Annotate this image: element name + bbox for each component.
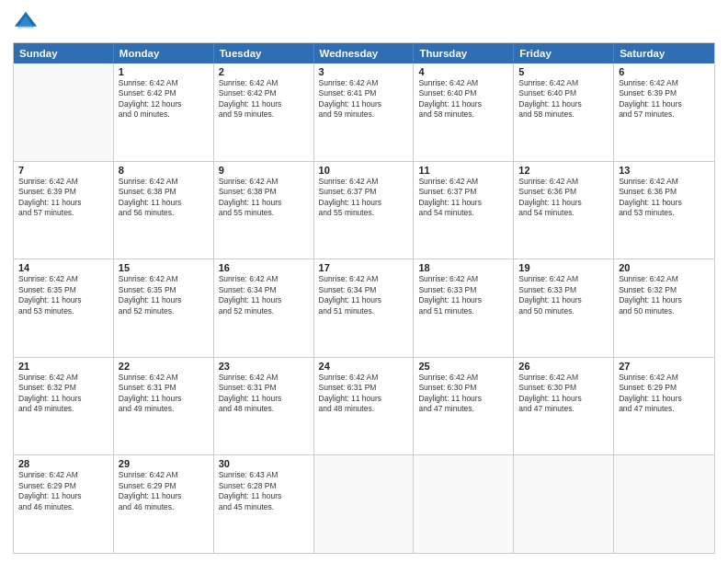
calendar-empty-cell [414, 455, 514, 553]
calendar-row: 28Sunrise: 6:42 AM Sunset: 6:29 PM Dayli… [14, 455, 714, 553]
day-number: 18 [418, 262, 508, 273]
day-info: Sunrise: 6:42 AM Sunset: 6:38 PM Dayligh… [119, 177, 209, 219]
day-number: 22 [119, 361, 209, 372]
day-info: Sunrise: 6:42 AM Sunset: 6:34 PM Dayligh… [319, 274, 409, 316]
day-number: 17 [319, 262, 409, 273]
calendar-day-cell: 1Sunrise: 6:42 AM Sunset: 6:42 PM Daylig… [114, 63, 214, 161]
day-info: Sunrise: 6:42 AM Sunset: 6:33 PM Dayligh… [418, 274, 508, 316]
calendar-day-cell: 28Sunrise: 6:42 AM Sunset: 6:29 PM Dayli… [14, 455, 114, 553]
calendar-header-cell: Wednesday [314, 43, 415, 63]
day-number: 10 [319, 165, 409, 176]
day-info: Sunrise: 6:42 AM Sunset: 6:34 PM Dayligh… [219, 274, 309, 316]
day-info: Sunrise: 6:42 AM Sunset: 6:35 PM Dayligh… [18, 274, 108, 316]
calendar-header-cell: Friday [514, 43, 614, 63]
day-info: Sunrise: 6:42 AM Sunset: 6:36 PM Dayligh… [518, 177, 609, 219]
calendar-day-cell: 5Sunrise: 6:42 AM Sunset: 6:40 PM Daylig… [514, 63, 614, 161]
day-info: Sunrise: 6:42 AM Sunset: 6:39 PM Dayligh… [18, 177, 108, 219]
day-info: Sunrise: 6:42 AM Sunset: 6:32 PM Dayligh… [619, 274, 710, 316]
day-info: Sunrise: 6:42 AM Sunset: 6:40 PM Dayligh… [418, 78, 508, 121]
calendar-day-cell: 4Sunrise: 6:42 AM Sunset: 6:40 PM Daylig… [414, 63, 514, 161]
day-number: 26 [518, 361, 609, 372]
calendar-day-cell: 24Sunrise: 6:42 AM Sunset: 6:31 PM Dayli… [314, 358, 415, 455]
day-number: 24 [319, 361, 409, 372]
day-number: 4 [418, 66, 508, 77]
day-info: Sunrise: 6:42 AM Sunset: 6:29 PM Dayligh… [619, 373, 710, 415]
calendar-row: 1Sunrise: 6:42 AM Sunset: 6:42 PM Daylig… [14, 63, 714, 162]
day-info: Sunrise: 6:42 AM Sunset: 6:29 PM Dayligh… [119, 470, 209, 512]
calendar-day-cell: 19Sunrise: 6:42 AM Sunset: 6:33 PM Dayli… [514, 259, 614, 357]
calendar-body: 1Sunrise: 6:42 AM Sunset: 6:42 PM Daylig… [14, 63, 714, 553]
day-info: Sunrise: 6:42 AM Sunset: 6:37 PM Dayligh… [418, 177, 508, 219]
day-number: 16 [219, 262, 309, 273]
day-info: Sunrise: 6:42 AM Sunset: 6:31 PM Dayligh… [219, 373, 309, 415]
calendar-day-cell: 2Sunrise: 6:42 AM Sunset: 6:42 PM Daylig… [214, 63, 314, 161]
calendar-header-cell: Saturday [614, 43, 714, 63]
calendar-day-cell: 22Sunrise: 6:42 AM Sunset: 6:31 PM Dayli… [114, 358, 214, 455]
calendar-day-cell: 11Sunrise: 6:42 AM Sunset: 6:37 PM Dayli… [414, 162, 514, 259]
calendar-day-cell: 25Sunrise: 6:42 AM Sunset: 6:30 PM Dayli… [414, 358, 514, 455]
calendar-day-cell: 26Sunrise: 6:42 AM Sunset: 6:30 PM Dayli… [514, 358, 614, 455]
day-number: 1 [119, 66, 209, 77]
calendar-header-cell: Monday [114, 43, 214, 63]
day-info: Sunrise: 6:42 AM Sunset: 6:41 PM Dayligh… [319, 78, 409, 121]
calendar-empty-cell [14, 63, 114, 161]
calendar-day-cell: 3Sunrise: 6:42 AM Sunset: 6:41 PM Daylig… [314, 63, 415, 161]
calendar-day-cell: 16Sunrise: 6:42 AM Sunset: 6:34 PM Dayli… [214, 259, 314, 357]
calendar-day-cell: 10Sunrise: 6:42 AM Sunset: 6:37 PM Dayli… [314, 162, 415, 259]
calendar-day-cell: 20Sunrise: 6:42 AM Sunset: 6:32 PM Dayli… [614, 259, 714, 357]
calendar-day-cell: 7Sunrise: 6:42 AM Sunset: 6:39 PM Daylig… [14, 162, 114, 259]
calendar-header-cell: Thursday [414, 43, 514, 63]
day-number: 13 [619, 165, 710, 176]
day-info: Sunrise: 6:42 AM Sunset: 6:37 PM Dayligh… [319, 177, 409, 219]
day-number: 27 [619, 361, 710, 372]
day-number: 23 [219, 361, 309, 372]
day-number: 28 [18, 458, 108, 469]
day-number: 7 [18, 165, 108, 176]
day-number: 11 [418, 165, 508, 176]
day-info: Sunrise: 6:42 AM Sunset: 6:39 PM Dayligh… [619, 78, 710, 121]
calendar-empty-cell [514, 455, 614, 553]
calendar-day-cell: 30Sunrise: 6:43 AM Sunset: 6:28 PM Dayli… [214, 455, 314, 553]
day-number: 9 [219, 165, 309, 176]
day-number: 12 [518, 165, 609, 176]
calendar-day-cell: 13Sunrise: 6:42 AM Sunset: 6:36 PM Dayli… [614, 162, 714, 259]
calendar-day-cell: 9Sunrise: 6:42 AM Sunset: 6:38 PM Daylig… [214, 162, 314, 259]
day-info: Sunrise: 6:42 AM Sunset: 6:29 PM Dayligh… [18, 470, 108, 512]
calendar-day-cell: 14Sunrise: 6:42 AM Sunset: 6:35 PM Dayli… [14, 259, 114, 357]
day-number: 5 [518, 66, 609, 77]
day-number: 2 [219, 66, 309, 77]
day-number: 29 [119, 458, 209, 469]
day-number: 30 [219, 458, 309, 469]
calendar-header-cell: Sunday [14, 43, 114, 63]
calendar-day-cell: 17Sunrise: 6:42 AM Sunset: 6:34 PM Dayli… [314, 259, 415, 357]
calendar-row: 21Sunrise: 6:42 AM Sunset: 6:32 PM Dayli… [14, 358, 714, 456]
day-info: Sunrise: 6:43 AM Sunset: 6:28 PM Dayligh… [219, 470, 309, 512]
page: SundayMondayTuesdayWednesdayThursdayFrid… [0, 0, 728, 563]
day-info: Sunrise: 6:42 AM Sunset: 6:38 PM Dayligh… [219, 177, 309, 219]
calendar-day-cell: 21Sunrise: 6:42 AM Sunset: 6:32 PM Dayli… [14, 358, 114, 455]
calendar-empty-cell [314, 455, 415, 553]
calendar-day-cell: 8Sunrise: 6:42 AM Sunset: 6:38 PM Daylig… [114, 162, 214, 259]
day-number: 21 [18, 361, 108, 372]
calendar-day-cell: 23Sunrise: 6:42 AM Sunset: 6:31 PM Dayli… [214, 358, 314, 455]
day-number: 8 [119, 165, 209, 176]
day-info: Sunrise: 6:42 AM Sunset: 6:42 PM Dayligh… [119, 78, 209, 121]
day-info: Sunrise: 6:42 AM Sunset: 6:32 PM Dayligh… [18, 373, 108, 415]
day-info: Sunrise: 6:42 AM Sunset: 6:40 PM Dayligh… [518, 78, 609, 121]
day-number: 20 [619, 262, 710, 273]
calendar-day-cell: 15Sunrise: 6:42 AM Sunset: 6:35 PM Dayli… [114, 259, 214, 357]
calendar-row: 14Sunrise: 6:42 AM Sunset: 6:35 PM Dayli… [14, 259, 714, 358]
calendar-day-cell: 29Sunrise: 6:42 AM Sunset: 6:29 PM Dayli… [114, 455, 214, 553]
day-number: 15 [119, 262, 209, 273]
day-info: Sunrise: 6:42 AM Sunset: 6:36 PM Dayligh… [619, 177, 710, 219]
header [13, 9, 715, 35]
day-info: Sunrise: 6:42 AM Sunset: 6:33 PM Dayligh… [518, 274, 609, 316]
day-number: 25 [418, 361, 508, 372]
calendar-row: 7Sunrise: 6:42 AM Sunset: 6:39 PM Daylig… [14, 162, 714, 260]
day-number: 6 [619, 66, 710, 77]
calendar-header: SundayMondayTuesdayWednesdayThursdayFrid… [14, 43, 714, 63]
calendar-day-cell: 6Sunrise: 6:42 AM Sunset: 6:39 PM Daylig… [614, 63, 714, 161]
logo [13, 9, 42, 35]
calendar-empty-cell [614, 455, 714, 553]
day-number: 14 [18, 262, 108, 273]
